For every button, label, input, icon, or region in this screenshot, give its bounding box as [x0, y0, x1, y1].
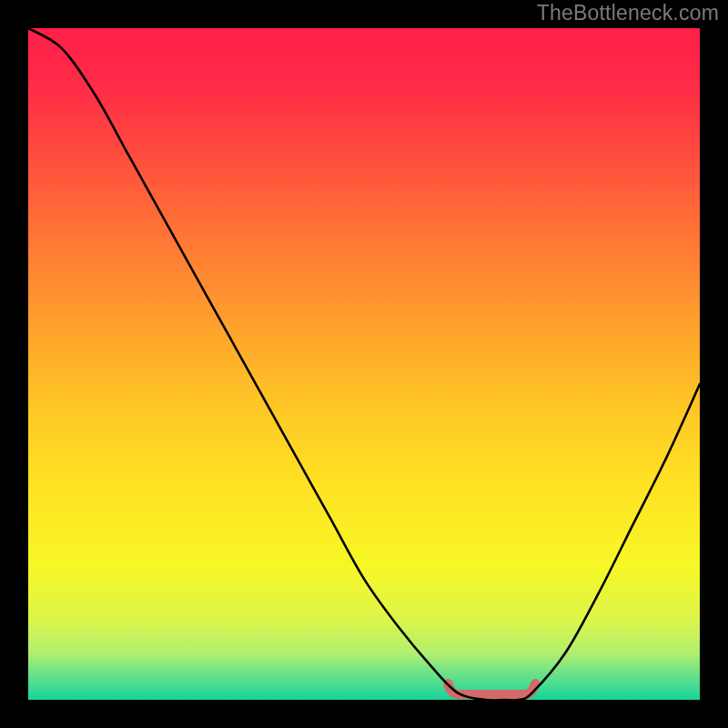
curve-layer: [28, 28, 700, 700]
watermark-text: TheBottleneck.com: [537, 1, 719, 25]
chart-root: TheBottleneck.com: [0, 0, 728, 728]
bottleneck-curve: [28, 28, 700, 700]
plot-area: [28, 28, 700, 700]
